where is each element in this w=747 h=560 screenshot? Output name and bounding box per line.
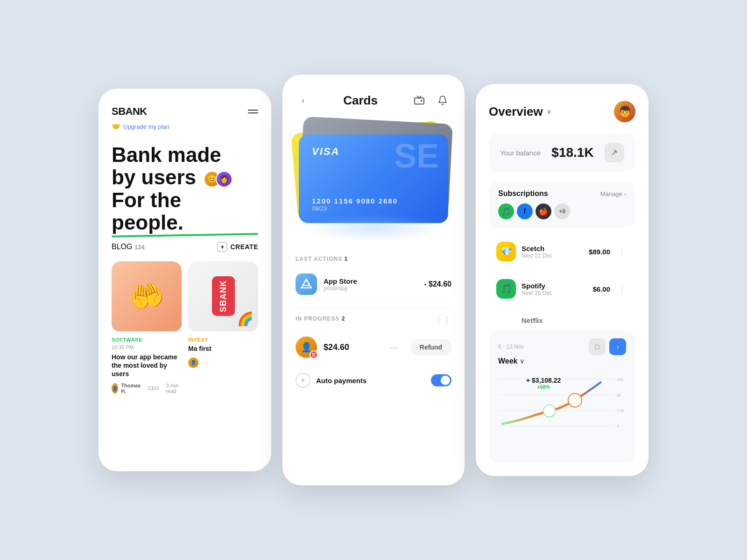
progress-d-badge: D [310, 350, 318, 359]
sbank-logo: SBANK [112, 105, 147, 118]
transaction-amount: - $24.60 [424, 280, 451, 288]
in-progress-label: IN PROGRESS 2 ⋮⋮ [296, 315, 451, 324]
sbank-card-mini: SBANK [212, 276, 235, 316]
refund-button[interactable]: Refund [410, 339, 451, 356]
blog-author-1: 👤 Thomas H. · CEO · 3 min read [112, 383, 182, 394]
chart-gain: + $3,108.22 +68% [526, 377, 561, 390]
spotify-name: Spotify [521, 282, 587, 290]
chart-controls: □ › [589, 338, 626, 355]
plus-icon: + [217, 242, 227, 252]
sketch-date: Next 22 Dec [521, 252, 583, 259]
blog-img-hands: 🤲 [112, 261, 182, 331]
chart-arrow-button[interactable]: › [609, 338, 626, 355]
svg-point-7 [543, 405, 556, 417]
progress-amount: $24.60 [324, 343, 349, 352]
spotify-date: Next 26 Dec [521, 290, 587, 296]
subscription-spotify[interactable]: 🎵 Spotify Next 26 Dec $6.00 ⋮ [489, 273, 635, 305]
auto-payments-toggle[interactable] [431, 374, 451, 386]
balance-info: Your balance [500, 149, 541, 157]
overview-title: Overview [489, 105, 543, 119]
card-details: 1200 1156 9080 2680 08/23 [312, 197, 435, 212]
blog-card-2-image: SBANK 🌈 [188, 261, 258, 331]
netflix-name: Netflix [521, 316, 543, 324]
auto-payments-plus[interactable]: + [296, 373, 310, 388]
notification-icon[interactable] [434, 91, 451, 109]
chevron-down-icon[interactable]: ∨ [547, 108, 551, 115]
spotify-icon: 🎵 [498, 203, 514, 219]
subscriptions-section: Subscriptions Manage › 🎵 f 🍎 +9 [489, 181, 635, 228]
trend-button[interactable]: ↗ [605, 143, 624, 162]
blog-img-sbank: SBANK 🌈 [188, 261, 258, 331]
auto-payments-label: Auto payments [316, 377, 366, 385]
create-label: CREATE [230, 243, 258, 251]
transaction-name: App Store [324, 277, 357, 285]
blog-cards-container: 🤲 SOFTWARE 10:35 PM How our app became t… [112, 261, 258, 458]
chart-date: 6 - 13 Nov [498, 343, 524, 350]
svg-point-0 [421, 100, 422, 101]
chart-period-selector[interactable]: Week ∨ [498, 357, 626, 365]
chart-square-button[interactable]: □ [589, 338, 606, 355]
transaction-date: yesterday [324, 285, 357, 292]
blog-header: SBANK [112, 105, 258, 118]
in-progress-item: 👤 D $24.60 — Refund [296, 331, 451, 364]
spotify-sub-icon: 🎵 [496, 279, 516, 299]
card-top: VISA SE [312, 146, 435, 158]
overview-header: Overview ∨ 👦 [489, 101, 635, 122]
manage-link[interactable]: Manage › [600, 190, 626, 197]
progress-dash: — [390, 342, 399, 353]
cards-header: ‹ Cards [296, 91, 451, 109]
card-stack: VISA SE 1200 1156 9080 2680 08/23 [296, 120, 451, 242]
upgrade-plan-link[interactable]: 🤝 Upgrade my plan [112, 122, 258, 131]
hamburger-menu[interactable] [248, 110, 258, 113]
subscriptions-header: Subscriptions Manage › [498, 189, 626, 198]
chart-section: 6 - 13 Nov □ › Week ∨ [489, 331, 635, 463]
balance-card: Your balance $18.1K ↗ [489, 133, 635, 172]
blog-tag-invest: INVEST [188, 337, 258, 343]
card-front[interactable]: VISA SE 1200 1156 9080 2680 08/23 [299, 134, 448, 223]
blog-title-2: Ma first [188, 344, 258, 353]
hands-visual: 🤲 [127, 277, 167, 315]
blog-tag-software: SOFTWARE [112, 337, 182, 343]
blog-bar: BLOG 124 + CREATE [112, 242, 258, 252]
chart-gain-pct: +68% [526, 384, 561, 390]
author-avatar-2: 👤 [188, 357, 198, 368]
section-divider [296, 308, 451, 308]
author-role: CEO [148, 385, 159, 391]
author-name: Thomas H. [121, 383, 141, 394]
screen-blog: SBANK 🤝 Upgrade my plan Bank made by use… [99, 89, 271, 471]
blog-card-1[interactable]: 🤲 SOFTWARE 10:35 PM How our app became t… [112, 261, 182, 458]
spotify-price: $6.00 [592, 285, 610, 293]
chart-header: 6 - 13 Nov □ › [498, 338, 626, 355]
spotify-more-icon[interactable]: ⋮ [616, 284, 628, 294]
hero-line3: For the people. [112, 189, 258, 234]
chart-gain-value: + $3,108.22 [526, 377, 561, 384]
subscription-netflix-peek: Netflix [489, 310, 635, 331]
wallet-icon[interactable] [410, 91, 428, 109]
blog-card-2[interactable]: SBANK 🌈 INVEST Ma first 👤 [188, 261, 258, 458]
upgrade-emoji: 🤝 [112, 122, 120, 131]
card-expiry: 08/23 [312, 205, 435, 212]
svg-text:0: 0 [617, 424, 619, 428]
transaction-appstore[interactable]: App Store yesterday - $24.60 [296, 269, 451, 300]
transaction-info: App Store yesterday [324, 277, 357, 292]
blog-label: BLOG 124 [112, 243, 145, 251]
subscription-icons: 🎵 f 🍎 +9 [498, 203, 626, 219]
create-button[interactable]: + CREATE [217, 242, 258, 252]
hero-line2: by users [112, 166, 196, 189]
card-logo-watermark: SE [394, 139, 439, 173]
user-avatar[interactable]: 👦 [614, 101, 635, 122]
subscription-sketch[interactable]: 💎 Scetch Next 22 Dec $89.00 ⋮ [489, 235, 635, 268]
back-button[interactable]: ‹ [296, 93, 310, 108]
sketch-price: $89.00 [589, 248, 610, 256]
chart-svg: 10K 5K 2.5K 0 [498, 372, 626, 437]
sketch-more-icon[interactable]: ⋮ [616, 246, 628, 257]
balance-label: Your balance [500, 149, 541, 157]
apple-icon: 🍎 [536, 203, 551, 219]
auto-payments-row: + Auto payments [296, 373, 451, 388]
last-actions-label: LAST ACTIONS 1 [296, 256, 451, 262]
sketch-name: Scetch [521, 245, 583, 252]
svg-text:5K: 5K [617, 393, 622, 398]
visa-text: VISA [312, 146, 339, 158]
screen-overview: Overview ∨ 👦 Your balance $18.1K ↗ Subsc… [476, 84, 648, 476]
hero-line1: Bank made [112, 143, 221, 166]
